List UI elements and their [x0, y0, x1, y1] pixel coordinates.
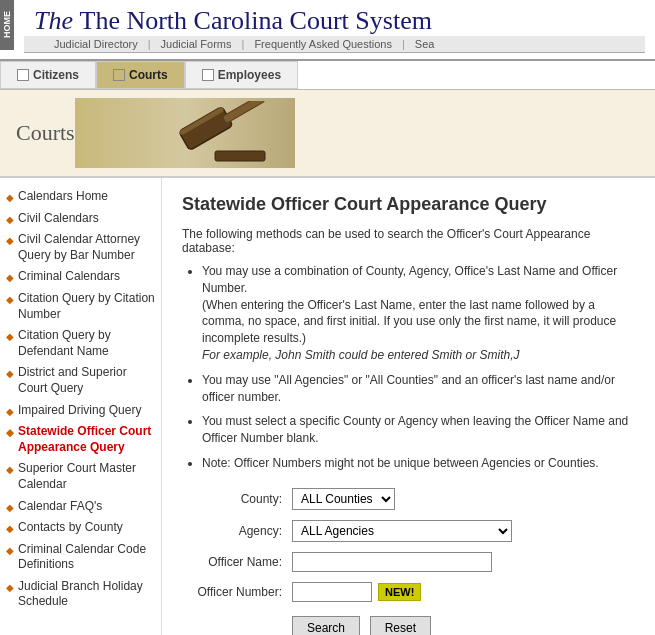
new-badge: NEW!: [378, 583, 421, 601]
sidebar-item-district-superior[interactable]: ◆ District and Superior Court Query: [0, 362, 161, 399]
nav-bar: Judicial Directory | Judicial Forms | Fr…: [24, 36, 645, 53]
courts-banner-title: Courts: [16, 120, 75, 146]
tab-employees[interactable]: Employees: [185, 61, 298, 89]
county-row: County: ALL Counties Alamance Alexander …: [182, 488, 635, 510]
tab-employees-label: Employees: [218, 68, 281, 82]
sidebar-dot: ◆: [6, 271, 14, 284]
search-form: County: ALL Counties Alamance Alexander …: [182, 488, 635, 602]
nav-judicial-forms[interactable]: Judicial Forms: [161, 38, 232, 50]
officer-name-input-wrapper: [292, 552, 492, 572]
site-title: The The North Carolina Court System: [24, 6, 645, 36]
agency-select[interactable]: ALL Agencies: [292, 520, 512, 542]
officer-number-input-wrapper: NEW!: [292, 582, 421, 602]
bullet-2: You may use "All Agencies" or "All Count…: [202, 372, 635, 406]
sidebar: ◆ Calendars Home ◆ Civil Calendars ◆ Civ…: [0, 178, 162, 635]
courts-banner-image: [75, 98, 295, 168]
officer-name-label: Officer Name:: [182, 555, 292, 569]
sidebar-item-citation-citation[interactable]: ◆ Citation Query by Citation Number: [0, 288, 161, 325]
home-tab[interactable]: HOME: [0, 0, 14, 50]
sidebar-item-impaired-driving[interactable]: ◆ Impaired Driving Query: [0, 400, 161, 422]
bullet-4: Note: Officer Numbers might not be uniqu…: [202, 455, 635, 472]
officer-name-row: Officer Name:: [182, 552, 635, 572]
sidebar-dot: ◆: [6, 191, 14, 204]
sidebar-item-statewide-officer[interactable]: ◆ Statewide Officer Court Appearance Que…: [0, 421, 161, 458]
officer-number-row: Officer Number: NEW!: [182, 582, 635, 602]
tab-courts-label: Courts: [129, 68, 168, 82]
sidebar-item-civil-calendars[interactable]: ◆ Civil Calendars: [0, 208, 161, 230]
sidebar-item-criminal-calendars[interactable]: ◆ Criminal Calendars: [0, 266, 161, 288]
svg-rect-3: [215, 151, 265, 161]
county-select[interactable]: ALL Counties Alamance Alexander Alleghan…: [292, 488, 395, 510]
courts-tab-icon: [113, 69, 125, 81]
sidebar-dot: ◆: [6, 522, 14, 535]
citizens-tab-icon: [17, 69, 29, 81]
sidebar-dot: ◆: [6, 293, 14, 306]
svg-rect-1: [222, 101, 265, 124]
sidebar-dot: ◆: [6, 234, 14, 247]
page-title: Statewide Officer Court Appearance Query: [182, 194, 635, 215]
agency-select-wrapper: ALL Agencies: [292, 520, 512, 542]
bullet-1: You may use a combination of County, Age…: [202, 263, 635, 364]
reset-button[interactable]: Reset: [370, 616, 431, 635]
sidebar-item-calendars-home[interactable]: ◆ Calendars Home: [0, 186, 161, 208]
sidebar-item-citation-defendant[interactable]: ◆ Citation Query by Defendant Name: [0, 325, 161, 362]
nav-search[interactable]: Sea: [415, 38, 435, 50]
bullet-3: You must select a specific County or Age…: [202, 413, 635, 447]
sidebar-dot: ◆: [6, 367, 14, 380]
tab-citizens[interactable]: Citizens: [0, 61, 96, 89]
form-buttons: Search Reset: [182, 616, 635, 635]
tab-citizens-label: Citizens: [33, 68, 79, 82]
sidebar-item-superior-court-master[interactable]: ◆ Superior Court Master Calendar: [0, 458, 161, 495]
county-label: County:: [182, 492, 292, 506]
sidebar-dot: ◆: [6, 426, 14, 439]
sidebar-item-judicial-branch-holiday[interactable]: ◆ Judicial Branch Holiday Schedule: [0, 576, 161, 613]
sidebar-dot: ◆: [6, 463, 14, 476]
gavel-icon: [155, 101, 285, 166]
employees-tab-icon: [202, 69, 214, 81]
county-select-wrapper: ALL Counties Alamance Alexander Alleghan…: [292, 488, 395, 510]
sidebar-item-calendar-faqs[interactable]: ◆ Calendar FAQ's: [0, 496, 161, 518]
sidebar-item-criminal-calendar-code[interactable]: ◆ Criminal Calendar Code Definitions: [0, 539, 161, 576]
search-button[interactable]: Search: [292, 616, 360, 635]
sidebar-dot: ◆: [6, 501, 14, 514]
main-content: Statewide Officer Court Appearance Query…: [162, 178, 655, 635]
officer-name-input[interactable]: [292, 552, 492, 572]
intro-text: The following methods can be used to sea…: [182, 227, 635, 255]
sidebar-item-civil-calendar-attorney[interactable]: ◆ Civil Calendar Attorney Query by Bar N…: [0, 229, 161, 266]
sidebar-dot: ◆: [6, 405, 14, 418]
nav-judicial-directory[interactable]: Judicial Directory: [54, 38, 138, 50]
sidebar-item-contacts-county[interactable]: ◆ Contacts by County: [0, 517, 161, 539]
agency-row: Agency: ALL Agencies: [182, 520, 635, 542]
officer-number-input[interactable]: [292, 582, 372, 602]
officer-number-label: Officer Number:: [182, 585, 292, 599]
tab-courts[interactable]: Courts: [96, 61, 185, 89]
sidebar-dot: ◆: [6, 213, 14, 226]
sidebar-dot: ◆: [6, 330, 14, 343]
sidebar-dot: ◆: [6, 581, 14, 594]
nav-faqs[interactable]: Frequently Asked Questions: [254, 38, 392, 50]
instructions-list: You may use a combination of County, Age…: [202, 263, 635, 472]
agency-label: Agency:: [182, 524, 292, 538]
sidebar-dot: ◆: [6, 544, 14, 557]
